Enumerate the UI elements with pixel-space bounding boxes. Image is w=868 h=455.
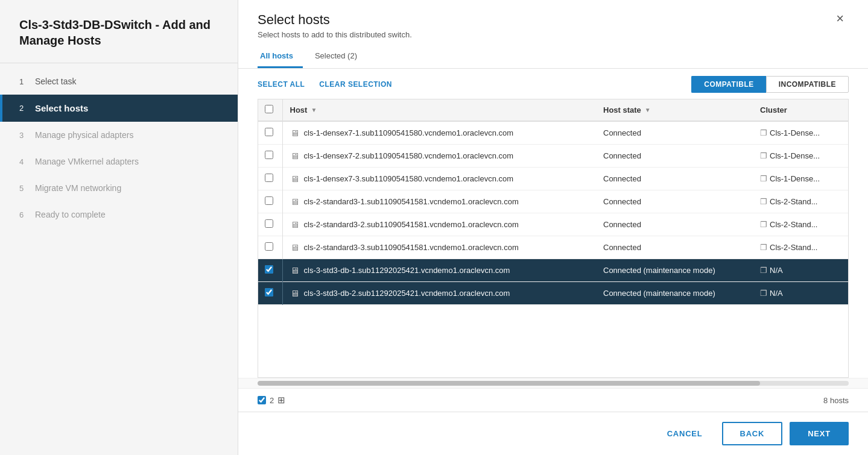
state-filter-icon[interactable]: ▼ [645,107,651,113]
table-row[interactable]: 🖥 cls-1-densex7-3.sub11090541580.vcndemo… [258,168,848,190]
tab-selected-2[interactable]: Selected (2) [312,46,367,68]
row-checkbox[interactable] [265,265,273,274]
select-all-button[interactable]: SELECT ALL [258,80,305,89]
step-label: Manage VMkernel adapters [35,157,139,166]
host-icon: 🖥 [290,265,299,275]
row-checkbox[interactable] [265,128,273,136]
cluster-icon: ❐ [760,128,767,137]
cluster-name: N/A [770,289,783,298]
step-number: 5 [19,184,29,193]
main-content: Select hosts Select hosts to add to this… [238,0,868,455]
host-icon: 🖥 [290,151,299,161]
horizontal-scrollbar[interactable] [238,378,868,388]
host-cell: 🖥 cls-1-densex7-3.sub11090541580.vcndemo… [282,168,596,190]
table-row[interactable]: 🖥 cls-1-densex7-1.sub11090541580.vcndemo… [258,121,848,145]
host-name: cls-2-standard3-3.sub11090541581.vcndemo… [304,243,519,252]
cluster-cell: ❐ N/A [753,282,848,305]
cluster-icon: ❐ [760,266,767,275]
row-checkbox[interactable] [265,174,273,182]
cluster-icon: ❐ [760,243,767,252]
compatible-button[interactable]: COMPATIBLE [691,76,765,93]
sidebar-step-6[interactable]: 6 Ready to complete [0,201,238,228]
tab-all-hosts[interactable]: All hosts [258,46,303,68]
step-number: 1 [19,77,29,86]
host-cell: 🖥 cls-3-std3-db-1.sub11292025421.vcndemo… [282,259,596,282]
host-cell: 🖥 cls-1-densex7-1.sub11090541580.vcndemo… [282,121,596,145]
row-checkbox[interactable] [265,242,273,251]
cluster-name: N/A [770,266,783,275]
host-name: cls-1-densex7-3.sub11090541580.vcndemo1.… [304,174,514,183]
host-icon: 🖥 [290,196,299,207]
cancel-button[interactable]: CANCEL [655,423,715,444]
row-checkbox-cell [258,145,280,168]
state-cell: Connected (maintenance mode) [596,259,753,282]
cluster-icon: ❐ [760,174,767,183]
row-checkbox-cell [258,259,280,282]
table-row[interactable]: 🖥 cls-2-standard3-1.sub11090541581.vcnde… [258,190,848,213]
sidebar-step-1[interactable]: 1 Select task [0,68,238,95]
cluster-icon: ❐ [760,289,767,298]
host-icon: 🖥 [290,219,299,230]
step-label: Ready to complete [35,210,106,219]
sidebar-step-3[interactable]: 3 Manage physical adapters [0,122,238,148]
main-header: Select hosts Select hosts to add to this… [238,0,868,69]
step-number: 2 [19,104,29,113]
cluster-name: Cls-2-Stand... [770,220,817,229]
cluster-cell: ❐ Cls-2-Stand... [753,190,848,213]
cluster-icon: ❐ [760,151,767,160]
next-button[interactable]: NEXT [790,422,849,445]
host-column-header: Host ▼ [282,99,596,121]
clear-selection-button[interactable]: CLEAR SELECTION [319,80,392,89]
footer-checkbox[interactable] [258,396,266,404]
cluster-name: Cls-1-Dense... [770,174,820,183]
state-cell: Connected [596,190,753,213]
incompatible-button[interactable]: INCOMPATIBLE [766,76,849,93]
state-cell: Connected [596,145,753,168]
table-row[interactable]: 🖥 cls-1-densex7-2.sub11090541580.vcndemo… [258,145,848,168]
back-button[interactable]: BACK [722,422,783,445]
table-row[interactable]: 🖥 cls-3-std3-db-1.sub11292025421.vcndemo… [258,259,848,282]
cluster-name: Cls-1-Dense... [770,151,820,160]
table-row[interactable]: 🖥 cls-2-standard3-3.sub11090541581.vcnde… [258,236,848,259]
cluster-cell: ❐ Cls-2-Stand... [753,213,848,236]
host-name: cls-1-densex7-2.sub11090541580.vcndemo1.… [304,151,514,160]
step-label: Select task [35,77,76,86]
sidebar-title: Cls-3-Std3-DB-DSwitch - Add and Manage H… [0,0,238,63]
table-row[interactable]: 🖥 cls-2-standard3-2.sub11090541581.vcnde… [258,213,848,236]
row-checkbox[interactable] [265,196,273,205]
footer-column-icon: ⊞ [277,395,285,406]
dialog: Cls-3-Std3-DB-DSwitch - Add and Manage H… [0,0,868,455]
host-name: cls-3-std3-db-1.sub11292025421.vcndemo1.… [304,266,510,275]
host-name: cls-1-densex7-1.sub11090541580.vcndemo1.… [304,128,514,137]
state-cell: Connected [596,168,753,190]
step-number: 3 [19,131,29,140]
hosts-table: Host ▼ Host state ▼ Clus [258,99,848,305]
step-label: Select hosts [35,103,88,113]
tabs: All hostsSelected (2) [258,46,849,68]
table-row[interactable]: 🖥 cls-3-std3-db-2.sub11292025421.vcndemo… [258,282,848,305]
row-checkbox[interactable] [265,288,273,297]
sidebar-step-5[interactable]: 5 Migrate VM networking [0,175,238,201]
hosts-table-container: Host ▼ Host state ▼ Clus [258,99,849,378]
row-checkbox-cell [258,121,280,145]
state-cell: Connected (maintenance mode) [596,282,753,305]
row-checkbox[interactable] [265,151,273,159]
sidebar-step-4[interactable]: 4 Manage VMkernel adapters [0,148,238,175]
select-all-checkbox[interactable] [265,105,273,113]
state-cell: Connected [596,236,753,259]
close-button[interactable]: × [831,10,849,28]
host-cell: 🖥 cls-3-std3-db-2.sub11292025421.vcndemo… [282,282,596,305]
toolbar: SELECT ALL CLEAR SELECTION COMPATIBLE IN… [238,69,868,99]
host-icon: 🖥 [290,288,299,298]
row-checkbox-cell [258,168,280,190]
sidebar-steps: 1 Select task2 Select hosts3 Manage phys… [0,63,238,233]
state-cell: Connected [596,121,753,145]
row-checkbox-cell [258,282,280,305]
row-checkbox-cell [258,213,280,236]
row-checkbox-cell [258,236,280,259]
cluster-cell: ❐ Cls-1-Dense... [753,145,848,168]
cluster-cell: ❐ Cls-1-Dense... [753,121,848,145]
host-filter-icon[interactable]: ▼ [311,107,317,113]
step-label: Migrate VM networking [35,183,121,193]
row-checkbox[interactable] [265,219,273,228]
